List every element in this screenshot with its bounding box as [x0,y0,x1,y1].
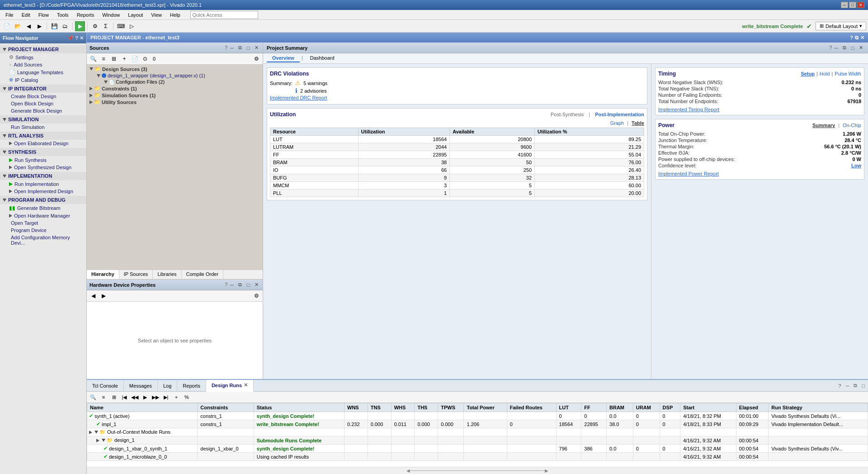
tab-reports[interactable]: Reports [177,380,206,392]
sim-sources-group[interactable]: 📁 Simulation Sources (1) [88,92,262,99]
nav-section-synth-header[interactable]: SYNTHESIS [0,148,86,156]
design-sources-group[interactable]: 📁 Design Sources (3) [88,66,262,72]
nav-section-ipi-header[interactable]: IP INTEGRATOR [0,85,86,93]
close-btn[interactable]: ✕ [857,2,864,8]
save-all-btn[interactable]: 🗂 [60,21,70,31]
dr-add-btn[interactable]: + [172,393,181,402]
tab-design-runs[interactable]: Design Runs ✕ [206,380,254,392]
power-tab-summary[interactable]: Summary [812,123,835,128]
ps-close-btn[interactable]: ✕ [857,44,864,52]
hw-maximize-btn[interactable]: □ [245,281,252,289]
nav-close-btn[interactable]: ✕ [80,35,84,41]
hw-question-btn[interactable]: ? [225,282,227,287]
design-run-row[interactable]: ✔ synth_1 (active) constrs_1 synth_desig… [87,412,868,420]
nav-section-sim-header[interactable]: SIMULATION [0,115,86,123]
hw-prev-btn[interactable]: ◀ [89,291,98,300]
bp-maximize-btn[interactable]: □ [860,383,866,389]
menu-view[interactable]: View [147,10,165,19]
minimize-btn[interactable]: ─ [841,2,848,8]
src-close-btn[interactable]: ✕ [253,44,260,52]
nav-section-impl-header[interactable]: IMPLEMENTATION [0,172,86,180]
src-search-btn[interactable]: 🔍 [89,54,98,63]
src-refresh-btn[interactable]: ⊙ [141,54,150,63]
menu-reports[interactable]: Reports [73,10,98,19]
nav-section-rtl-header[interactable]: RTL ANALYSIS [0,132,86,140]
pm-header-close[interactable]: ✕ [860,35,864,41]
dr-prev-btn[interactable]: ◀◀ [130,393,139,402]
menu-layout[interactable]: Layout [124,10,146,19]
nav-open-synth[interactable]: Open Synthesized Design [0,164,86,171]
src-float-btn[interactable]: ⧉ [236,44,244,52]
new-file-btn[interactable]: 📄 [2,21,12,31]
design-run-row[interactable]: ✔ design_1_microblaze_0_0 Using cached I… [87,453,868,461]
dr-run-btn[interactable]: ▶ [141,393,150,402]
run2-btn[interactable]: ▷ [127,21,137,31]
util-sources-group[interactable]: 📁 Utility Sources [88,99,262,105]
nav-ip-catalog[interactable]: ⊕ IP Catalog [0,76,86,84]
nav-pin-btn[interactable]: 📌 [67,35,74,41]
nav-gen-bitstream[interactable]: ▮▮ Generate Bitstream [0,204,86,212]
pm-header-question[interactable]: ? [850,35,853,41]
script-btn[interactable]: ⌨ [116,21,126,31]
dr-first-btn[interactable]: |◀ [120,393,129,402]
menu-flow[interactable]: Flow [35,10,52,19]
drc-report-link[interactable]: Implemented DRC Report [270,95,327,100]
ps-float-btn[interactable]: ⧉ [841,44,848,52]
power-row-value[interactable]: Low [851,163,861,168]
tab-log[interactable]: Log [158,380,177,392]
nav-section-pad-header[interactable]: PROGRAM AND DEBUG [0,196,86,204]
dr-filter-btn[interactable]: ≡ [99,393,108,402]
power-tab-onchip[interactable]: On-Chip [843,123,861,128]
bp-question-btn[interactable]: ? [837,383,842,389]
hw-float-btn[interactable]: ⧉ [236,281,244,289]
src-question-btn[interactable]: ? [225,45,227,50]
nav-prog-device[interactable]: Program Device [0,227,86,234]
quick-access-input[interactable] [190,11,258,19]
bp-minimize-btn[interactable]: ─ [844,383,851,389]
pm-header-float[interactable]: ⧉ [855,35,859,41]
nav-settings[interactable]: ⚙ Settings [0,53,86,61]
util-sub-graph[interactable]: Graph [610,120,624,126]
dr-pct-btn[interactable]: % [182,393,191,402]
tab-libraries[interactable]: Libraries [153,270,181,279]
save-btn[interactable]: 💾 [49,21,59,31]
ps-tab-overview[interactable]: Overview [267,54,300,62]
open-btn[interactable]: 📂 [13,21,23,31]
nav-open-impl[interactable]: Open Implemented Design [0,188,86,195]
nav-add-sources[interactable]: + Add Sources [0,61,86,68]
tab-messages[interactable]: Messages [124,380,158,392]
timing-tab-hold[interactable]: Hold [820,71,830,76]
ps-question-btn[interactable]: ? [829,45,832,50]
menu-file[interactable]: File [2,10,17,19]
nav-lang-templates[interactable]: 📄 Language Templates [0,68,86,76]
nav-open-bd[interactable]: Open Block Design [0,100,86,107]
tab-ip-sources[interactable]: IP Sources [119,270,153,279]
nav-question-btn[interactable]: ? [75,35,78,41]
design-runs-close-btn[interactable]: ✕ [244,382,248,388]
menu-tools[interactable]: Tools [53,10,72,19]
maximize-btn[interactable]: □ [849,2,856,8]
dr-search-btn[interactable]: 🔍 [89,393,98,402]
ps-maximize-btn[interactable]: □ [849,44,856,52]
design-run-row[interactable]: ✔ design_1_xbar_0_synth_1 design_1_xbar_… [87,445,868,453]
hw-next-btn[interactable]: ▶ [99,291,108,300]
timing-tab-pw[interactable]: Pulse Width [835,71,861,76]
menu-help[interactable]: Help [166,10,184,19]
bp-float-btn[interactable]: ⧉ [852,383,859,389]
src-new-btn[interactable]: 📄 [130,54,139,63]
util-tab-post-synth[interactable]: Post-Synthesis [551,112,584,117]
design-run-row[interactable]: ✔ impl_1 constrs_1 write_bitstream Compl… [87,420,868,428]
util-tab-post-impl[interactable]: Post-Implementation [595,112,644,117]
layout-selector[interactable]: ⊞ Default Layout ▾ [816,22,866,30]
nav-run-impl[interactable]: ▶ Run Implementation [0,180,86,188]
nav-run-synth[interactable]: ▶ Run Synthesis [0,156,86,164]
dr-last-btn[interactable]: ▶| [161,393,170,402]
design-wrapper-item[interactable]: design_1_wrapper (design_1_wrapper.v) (1… [88,72,262,79]
settings-btn[interactable]: ⚙ [90,21,100,31]
run-btn active[interactable]: ▶ [75,21,85,31]
timing-report-link[interactable]: Implemented Timing Report [658,107,719,112]
src-expand-btn[interactable]: ⊞ [109,54,118,63]
util-sub-table[interactable]: Table [632,120,644,126]
hw-minimize-btn[interactable]: ─ [228,281,236,289]
src-minimize-btn[interactable]: ─ [228,44,236,52]
